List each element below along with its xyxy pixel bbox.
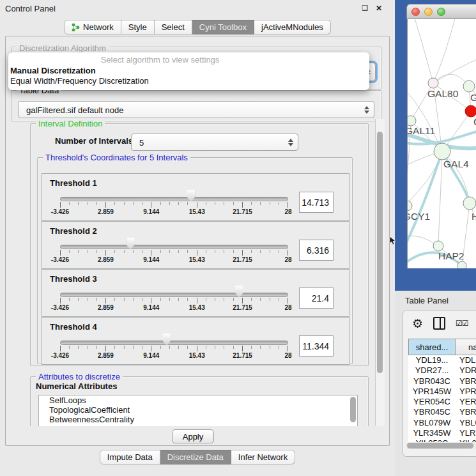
tab-select[interactable]: Select (155, 20, 192, 35)
tab-network[interactable]: Network (64, 20, 121, 35)
table-horizontal-scrollbar[interactable] (406, 442, 476, 449)
tick-label: 2.859 (98, 352, 114, 359)
tick-label: 28 (284, 256, 291, 263)
tab-impute-data[interactable]: Impute Data (100, 450, 160, 464)
column-header-shared-name[interactable]: shared... (408, 339, 456, 355)
threshold-slider[interactable]: -3.4262.8599.14415.4321.71528 (60, 174, 288, 220)
tab-cyni-toolbox[interactable]: Cyni Toolbox (192, 20, 254, 35)
network-node-selected (465, 105, 476, 117)
attributes-to-discretize-group: Attributes to discretize Numerical Attri… (30, 376, 369, 426)
tick-label: 15.43 (189, 256, 205, 263)
tick-label: 9.144 (143, 208, 159, 215)
table-panel-title: Table Panel (405, 296, 449, 305)
thresholds-group-title: Threshold's Coordinates for 5 Intervals (43, 153, 190, 162)
slider-track[interactable] (60, 197, 288, 201)
scrollbar-thumb[interactable] (407, 443, 473, 449)
tab-discretize-data[interactable]: Discretize Data (160, 450, 231, 464)
threshold-slider[interactable]: -3.4262.8599.14415.4321.71528 (60, 270, 288, 316)
tick-label: 21.715 (233, 304, 252, 311)
thresholds-group: Threshold's Coordinates for 5 Intervals … (37, 157, 353, 364)
network-nodes[interactable] (408, 78, 476, 268)
tick-label: -3.426 (51, 304, 69, 311)
panel-vertical-scrollbar[interactable] (375, 119, 385, 426)
tab-label: jActiveMNodules (261, 22, 323, 32)
tick-label: 28 (284, 352, 291, 359)
popup-placeholder-item[interactable]: Select algorithm to view settings (8, 55, 369, 65)
node-label: GA (470, 92, 476, 103)
cell-shared-name: YER054C (408, 397, 456, 407)
desktop-background: GAL80 GA C GAL11 GAL4 GCY1 H HAP2 (395, 0, 476, 291)
threshold-value-field[interactable]: 6.316 (299, 240, 334, 261)
network-window-titlebar[interactable] (406, 4, 476, 19)
network-node (463, 197, 476, 210)
control-panel-title: Control Panel (5, 4, 56, 13)
table-row[interactable]: YPR145WYPR1 (408, 387, 476, 397)
threshold-value-field[interactable]: 14.713 (299, 192, 334, 213)
tab-infer-network[interactable]: Infer Network (231, 450, 295, 464)
float-window-icon[interactable]: ❑ (362, 4, 368, 12)
table-panel-body: ⚙ ☑☑ shared... name YDL19...YDL1YDR27...… (403, 310, 476, 457)
traffic-light-minimize-icon[interactable] (424, 8, 433, 16)
threshold-1-box: Threshold 1-3.4262.8599.14415.4321.71528… (42, 173, 349, 221)
tab-label: Cyni Toolbox (199, 22, 247, 32)
interval-definition-group: Interval Definition Number of Intervals … (30, 123, 369, 366)
table-row[interactable]: YBR043CYBR0 (408, 376, 476, 387)
cyni-toolbox-panel: Discretization Algorithm Table Data galF… (5, 36, 390, 446)
table-row[interactable]: YDR27...YDR2 (408, 365, 476, 376)
node-label: GAL11 (408, 125, 435, 136)
table-row[interactable]: YLR345WYLR3 (408, 428, 476, 438)
cell-name: YLR3 (456, 428, 476, 438)
traffic-light-close-icon[interactable] (411, 8, 420, 16)
table-row[interactable]: YER054CYER0 (408, 397, 476, 407)
slider-track[interactable] (60, 245, 288, 249)
network-node (433, 241, 443, 251)
split-view-icon[interactable] (433, 317, 445, 330)
popup-item-list: Manual DiscretizationEqual Width/Frequen… (10, 66, 149, 86)
column-header-name[interactable]: name (456, 339, 476, 355)
select-columns-icon[interactable]: ☑☑ (456, 319, 468, 328)
table-panel: Table Panel ⚙ ☑☑ shared... name YDL19...… (395, 291, 476, 476)
list-scrollbar[interactable] (350, 397, 356, 422)
tick-label: 28 (284, 304, 291, 311)
table-data-select[interactable]: galFiltered.sif default node (18, 101, 374, 118)
attribute-item[interactable]: TopologicalCoefficient (39, 405, 357, 415)
table-row[interactable]: YBL079WYBL0 (408, 418, 476, 428)
node-label: C (473, 116, 476, 127)
tab-label: Network (83, 22, 114, 32)
node-label: HAP2 (438, 250, 464, 261)
gear-icon[interactable]: ⚙ (412, 318, 423, 330)
scrollbar-thumb[interactable] (377, 132, 383, 373)
threshold-slider[interactable]: -3.4262.8599.14415.4321.71528 (60, 222, 288, 268)
traffic-light-zoom-icon[interactable] (437, 8, 445, 16)
popup-item-manual-discretization[interactable]: Manual Discretization (10, 66, 149, 76)
threshold-value-field[interactable]: 21.4 (299, 288, 334, 309)
network-canvas[interactable]: GAL80 GA C GAL11 GAL4 GCY1 H HAP2 (407, 19, 476, 268)
number-of-intervals-select[interactable]: 5 (131, 134, 298, 151)
tab-label: Select (162, 22, 185, 32)
node-label: GCY1 (408, 211, 430, 222)
attribute-item[interactable]: SelfLoops (39, 395, 357, 405)
tab-jactivemnodules[interactable]: jActiveMNodules (254, 20, 331, 35)
slider-track[interactable] (60, 293, 288, 297)
threshold-value-field[interactable]: 11.344 (299, 335, 334, 357)
settings-scroll-area: Interval Definition Number of Intervals … (6, 119, 379, 426)
apply-button[interactable]: Apply (172, 429, 214, 443)
close-window-icon[interactable]: ✕ (376, 4, 382, 13)
slider-track[interactable] (60, 341, 288, 345)
node-table: shared... name YDL19...YDL1YDR27...YDR2Y… (408, 339, 476, 443)
table-row[interactable]: YBR045CYBR0 (408, 407, 476, 417)
control-panel-titlebar: Control Panel ❑ ✕ (0, 0, 395, 17)
attributes-group-title: Attributes to discretize (36, 372, 123, 381)
tick-label: 21.715 (233, 256, 252, 263)
threshold-slider[interactable]: -3.4262.8599.14415.4321.71528 (60, 318, 288, 364)
tab-style[interactable]: Style (121, 20, 155, 35)
network-node (463, 81, 475, 92)
slider-major-ticks (60, 250, 288, 256)
table-row[interactable]: YDL19...YDL1 (408, 355, 476, 365)
numerical-attributes-list[interactable]: SelfLoopsTopologicalCoefficientBetweenne… (38, 395, 358, 426)
number-of-intervals-value: 5 (139, 137, 144, 147)
attribute-item[interactable]: BetweennessCentrality (39, 415, 357, 424)
popup-item-equal-width-frequency-discretization[interactable]: Equal Width/Frequency Discretization (10, 76, 149, 86)
table-toolbar: ⚙ ☑☑ (412, 317, 468, 330)
combo-stepper-icon (288, 139, 293, 146)
